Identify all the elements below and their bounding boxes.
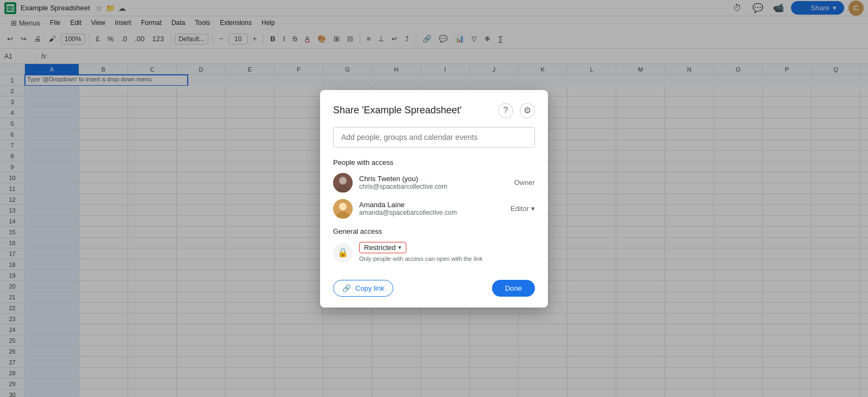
access-details: Restricted ▾ Only people with access can… <box>359 242 535 262</box>
restricted-label: Restricted <box>364 244 396 252</box>
settings-icon-btn[interactable]: ⚙ <box>520 103 535 118</box>
svg-point-8 <box>339 177 347 184</box>
restricted-dropdown-btn[interactable]: Restricted ▾ <box>359 242 406 253</box>
general-access-label: General access <box>333 227 535 235</box>
link-icon: 🔗 <box>342 284 351 292</box>
lock-icon: 🔒 <box>333 243 353 262</box>
chris-email: chris@spacebarcollective.com <box>359 183 508 190</box>
copy-link-button[interactable]: 🔗 Copy link <box>333 280 393 297</box>
chris-info: Chris Tweten (you) chris@spacebarcollect… <box>359 175 508 190</box>
share-input[interactable] <box>333 127 535 148</box>
person-row-chris: Chris Tweten (you) chris@spacebarcollect… <box>333 173 535 193</box>
access-hint: Only people with access can open with th… <box>359 255 535 262</box>
done-button[interactable]: Done <box>492 280 535 297</box>
amanda-role-label: Editor <box>510 204 529 213</box>
people-section-label: People with access <box>333 158 535 167</box>
avatar-chris <box>333 173 353 193</box>
avatar-amanda <box>333 199 353 219</box>
general-access-row: 🔒 Restricted ▾ Only people with access c… <box>333 242 535 262</box>
modal-overlay: Share 'Example Spreadsheet' ? ⚙ People w… <box>0 0 868 397</box>
amanda-email: amanda@spacebarcollective.com <box>359 209 504 216</box>
chris-name: Chris Tweten (you) <box>359 175 508 183</box>
amanda-name: Amanda Laine <box>359 201 504 209</box>
restricted-chevron: ▾ <box>398 244 401 251</box>
copy-link-label: Copy link <box>355 284 384 292</box>
amanda-role-dropdown[interactable]: Editor ▾ <box>510 204 535 213</box>
person-row-amanda: Amanda Laine amanda@spacebarcollective.c… <box>333 199 535 219</box>
dialog-title: Share 'Example Spreadsheet' <box>333 105 462 116</box>
dialog-header-icons: ? ⚙ <box>498 103 535 118</box>
dialog-footer: 🔗 Copy link Done <box>333 273 535 297</box>
dialog-header: Share 'Example Spreadsheet' ? ⚙ <box>333 103 535 118</box>
share-dialog: Share 'Example Spreadsheet' ? ⚙ People w… <box>320 90 548 308</box>
amanda-info: Amanda Laine amanda@spacebarcollective.c… <box>359 201 504 216</box>
chris-role: Owner <box>514 178 535 187</box>
help-icon-btn[interactable]: ? <box>498 103 513 118</box>
svg-point-11 <box>339 203 347 210</box>
general-access-section: General access 🔒 Restricted ▾ Only peopl… <box>333 227 535 262</box>
amanda-role-chevron: ▾ <box>531 204 535 213</box>
